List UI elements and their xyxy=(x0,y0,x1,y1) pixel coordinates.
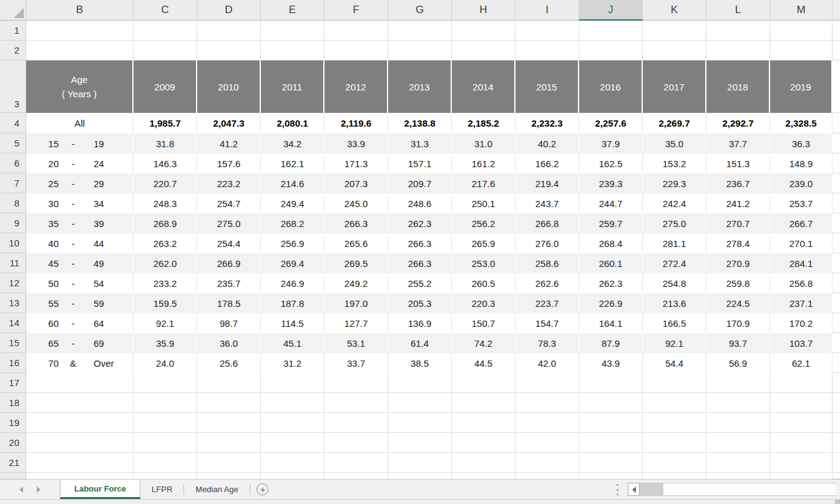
age-range-cell[interactable]: 55-59 xyxy=(26,293,134,313)
year-header-cell[interactable]: 2013 xyxy=(388,61,452,113)
column-header-K[interactable]: K xyxy=(643,0,706,21)
year-header-cell[interactable]: 2015 xyxy=(515,61,579,113)
empty-cell[interactable] xyxy=(325,373,388,393)
horizontal-scrollbar[interactable] xyxy=(640,483,836,496)
empty-cell[interactable] xyxy=(770,453,833,473)
data-cell[interactable]: 170.2 xyxy=(770,313,833,333)
empty-cell[interactable] xyxy=(197,433,261,453)
empty-cell[interactable] xyxy=(770,433,833,453)
data-cell[interactable]: 241.2 xyxy=(706,193,770,213)
empty-cell[interactable] xyxy=(643,473,706,479)
data-cell[interactable]: 35.0 xyxy=(643,133,706,153)
data-cell[interactable]: 153.2 xyxy=(643,153,706,173)
data-cell[interactable]: 237.1 xyxy=(770,293,833,313)
empty-cell[interactable] xyxy=(197,413,261,433)
data-cell[interactable]: 36.3 xyxy=(770,133,833,153)
empty-cell[interactable] xyxy=(706,413,770,433)
column-header-M[interactable]: M xyxy=(770,0,833,21)
empty-cell[interactable] xyxy=(197,453,261,473)
year-header-cell[interactable]: 2011 xyxy=(261,61,325,113)
row-header-5[interactable]: 5 xyxy=(0,133,26,153)
data-cell[interactable]: 43.9 xyxy=(579,353,643,373)
data-cell[interactable]: 214.6 xyxy=(261,173,325,193)
age-range-cell[interactable]: 40-44 xyxy=(26,233,134,253)
data-cell[interactable]: 270.9 xyxy=(706,253,770,273)
data-cell[interactable]: 54.4 xyxy=(643,353,706,373)
data-cell[interactable]: 223.2 xyxy=(197,173,261,193)
year-header-cell[interactable]: 2019 xyxy=(770,61,833,113)
data-cell[interactable]: 61.4 xyxy=(388,333,452,353)
empty-cell[interactable] xyxy=(452,393,515,413)
data-cell[interactable]: 148.9 xyxy=(770,153,833,173)
data-cell[interactable]: 224.5 xyxy=(706,293,770,313)
empty-cell[interactable] xyxy=(579,473,643,479)
data-cell[interactable]: 269.4 xyxy=(261,253,325,273)
empty-cell[interactable] xyxy=(26,393,134,413)
empty-cell[interactable] xyxy=(325,433,388,453)
empty-cell[interactable] xyxy=(26,413,134,433)
year-header-cell[interactable]: 2018 xyxy=(706,61,770,113)
empty-cell[interactable] xyxy=(770,393,833,413)
row-header-21[interactable]: 21 xyxy=(0,453,26,473)
data-cell[interactable]: 269.5 xyxy=(325,253,388,273)
year-header-cell[interactable]: 2010 xyxy=(197,61,261,113)
row-header-8[interactable]: 8 xyxy=(0,193,26,213)
row-header-3[interactable]: 3 xyxy=(0,61,26,113)
data-cell[interactable]: 223.7 xyxy=(515,293,579,313)
data-cell[interactable]: 258.6 xyxy=(515,253,579,273)
data-cell[interactable]: 284.1 xyxy=(770,253,833,273)
column-header-E[interactable]: E xyxy=(261,0,325,21)
all-value-cell[interactable]: 2,232.3 xyxy=(515,113,579,133)
all-value-cell[interactable]: 2,269.7 xyxy=(643,113,706,133)
empty-cell[interactable] xyxy=(325,413,388,433)
empty-cell[interactable] xyxy=(579,413,643,433)
data-cell[interactable]: 213.6 xyxy=(643,293,706,313)
data-cell[interactable]: 127.7 xyxy=(325,313,388,333)
empty-cell[interactable] xyxy=(770,413,833,433)
empty-cell[interactable] xyxy=(134,393,197,413)
empty-cell[interactable] xyxy=(26,41,134,61)
empty-cell[interactable] xyxy=(515,21,579,41)
empty-cell[interactable] xyxy=(388,453,452,473)
empty-cell[interactable] xyxy=(325,21,388,41)
data-cell[interactable]: 256.8 xyxy=(770,273,833,293)
data-cell[interactable]: 33.9 xyxy=(325,133,388,153)
row-header-14[interactable]: 14 xyxy=(0,313,26,333)
row-header-11[interactable]: 11 xyxy=(0,253,26,273)
horizontal-scrollbar-thumb[interactable] xyxy=(640,483,663,495)
empty-cell[interactable] xyxy=(706,473,770,479)
row-header-2[interactable]: 2 xyxy=(0,41,26,61)
data-cell[interactable]: 42.0 xyxy=(515,353,579,373)
data-cell[interactable]: 197.0 xyxy=(325,293,388,313)
data-cell[interactable]: 266.7 xyxy=(770,213,833,233)
data-cell[interactable]: 209.7 xyxy=(388,173,452,193)
empty-cell[interactable] xyxy=(197,373,261,393)
data-cell[interactable]: 281.1 xyxy=(643,233,706,253)
data-cell[interactable]: 78.3 xyxy=(515,333,579,353)
age-header-cell[interactable]: Age( Years ) xyxy=(26,61,134,113)
empty-cell[interactable] xyxy=(26,373,134,393)
empty-cell[interactable] xyxy=(134,21,197,41)
sheet-tab-lfpr[interactable]: LFPR xyxy=(140,480,183,499)
row-header-22[interactable]: 22 xyxy=(0,473,26,479)
row-header-10[interactable]: 10 xyxy=(0,233,26,253)
empty-cell[interactable] xyxy=(134,453,197,473)
row-header-1[interactable]: 1 xyxy=(0,21,26,41)
data-cell[interactable]: 259.8 xyxy=(706,273,770,293)
data-cell[interactable]: 246.9 xyxy=(261,273,325,293)
data-cell[interactable]: 56.9 xyxy=(706,353,770,373)
empty-cell[interactable] xyxy=(452,433,515,453)
empty-cell[interactable] xyxy=(706,433,770,453)
data-cell[interactable]: 35.9 xyxy=(134,333,197,353)
data-cell[interactable]: 34.2 xyxy=(261,133,325,153)
empty-cell[interactable] xyxy=(388,21,452,41)
empty-cell[interactable] xyxy=(643,41,706,61)
empty-cell[interactable] xyxy=(388,373,452,393)
empty-cell[interactable] xyxy=(452,21,515,41)
empty-cell[interactable] xyxy=(134,473,197,479)
age-range-cell[interactable]: 70&Over xyxy=(26,353,134,373)
data-cell[interactable]: 248.6 xyxy=(388,193,452,213)
data-cell[interactable]: 262.3 xyxy=(579,273,643,293)
all-value-cell[interactable]: 2,047.3 xyxy=(197,113,261,133)
empty-cell[interactable] xyxy=(134,373,197,393)
